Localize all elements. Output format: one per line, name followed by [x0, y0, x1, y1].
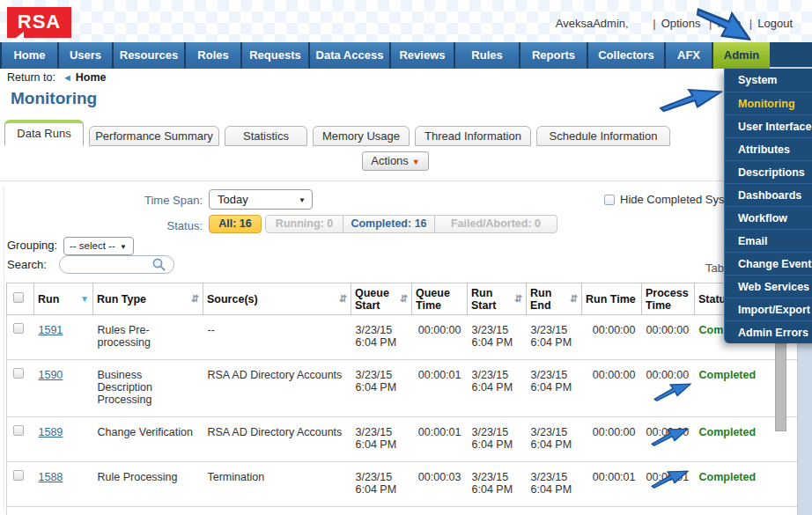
column-header[interactable]: Run Start ⇵	[468, 283, 527, 315]
tab[interactable]: Memory Usage	[313, 126, 410, 146]
sort-icon: ⇵	[400, 293, 408, 305]
nav-item[interactable]: Requests	[240, 42, 308, 69]
row-checkbox[interactable]	[13, 425, 24, 436]
row-checkbox[interactable]	[13, 323, 24, 334]
time-span-select[interactable]: Today ▼	[209, 189, 313, 210]
actions-button[interactable]: Actions▼	[362, 151, 429, 171]
header-link[interactable]: Help	[717, 17, 741, 30]
admin-menu-item[interactable]: Attributes	[725, 137, 812, 160]
data-runs-table: Run ▼ Run Type ⇵ Source(s) ⇵ Queue Start…	[6, 283, 812, 515]
select-all-header[interactable]	[7, 283, 34, 315]
column-header[interactable]: Processing Time	[642, 283, 695, 315]
status-filter-chip[interactable]: Running: 0	[265, 215, 343, 233]
row-checkbox[interactable]	[13, 470, 24, 481]
nav-item[interactable]: Data Access	[308, 42, 389, 69]
run-type-cell: Rule Processing	[93, 462, 203, 507]
sources-cell: Movers	[203, 507, 351, 515]
admin-menu-item[interactable]: Workflow	[725, 206, 812, 229]
admin-menu-item[interactable]: Web Services	[725, 275, 812, 298]
grouping-select[interactable]: -- select -- ▼	[63, 237, 134, 255]
status-filter-chip[interactable]: All: 16	[209, 215, 262, 233]
admin-menu-item[interactable]: Descriptions	[725, 160, 812, 183]
panel-scrollbar-thumb[interactable]	[775, 343, 786, 431]
nav-item[interactable]: Resources	[112, 42, 184, 69]
run-link[interactable]: 1591	[39, 324, 63, 336]
nav-item[interactable]: Users	[57, 42, 112, 69]
run-time-cell: 00:00:00	[582, 360, 642, 417]
run-link[interactable]: 1589	[39, 426, 63, 438]
admin-menu-item[interactable]: User Interface	[725, 114, 812, 137]
tab[interactable]: Performance Summary	[89, 126, 219, 146]
column-header[interactable]: Run End ⇵	[527, 283, 582, 315]
admin-menu-item[interactable]: System	[725, 69, 812, 92]
grouping-value: -- select --	[70, 240, 115, 251]
admin-menu-item[interactable]: Change Events	[725, 252, 812, 275]
tab[interactable]: Data Runs	[4, 120, 84, 146]
run-end-cell: 3/23/15 6:04 PM	[527, 417, 582, 462]
search-icon[interactable]	[151, 257, 166, 272]
home-link[interactable]: Home	[76, 71, 107, 84]
status-cell: Completed	[695, 360, 812, 417]
nav-item[interactable]: Roles	[184, 42, 240, 69]
header-links: |Options |Help |Logout	[645, 17, 793, 30]
tab[interactable]: Statistics	[225, 126, 307, 146]
panel-left-border	[4, 187, 4, 512]
run-type-cell: Change Verification	[93, 417, 203, 462]
select-all-checkbox[interactable]	[13, 292, 24, 303]
run-link[interactable]: 1590	[39, 369, 63, 381]
header-link[interactable]: Options	[661, 17, 701, 30]
run-link[interactable]: 1588	[39, 471, 63, 483]
tab[interactable]: Thread Information	[415, 126, 531, 146]
admin-menu-item[interactable]: Dashboards	[725, 183, 812, 206]
queue-start-cell: 3/23/15 6:04 PM	[351, 462, 412, 507]
admin-menu-item[interactable]: Admin Errors	[725, 320, 812, 343]
row-checkbox[interactable]	[13, 368, 24, 379]
row-checkbox-cell	[7, 507, 34, 515]
page-scrollbar-track[interactable]	[797, 343, 812, 515]
column-header[interactable]: Source(s) ⇵	[203, 283, 351, 315]
nav-item[interactable]: Collectors	[587, 42, 664, 69]
column-label: Source(s)	[207, 293, 258, 305]
row-checkbox-cell	[7, 462, 34, 507]
sort-icon: ▼	[80, 294, 89, 304]
run-time-cell: 00:00:00	[582, 417, 642, 462]
status-filter-chip[interactable]: Failed/Aborted: 0	[434, 215, 557, 233]
time-span-value: Today	[218, 193, 248, 206]
user-area: AveksaAdmin, |Options |Help |Logout	[556, 17, 793, 30]
admin-menu-item[interactable]: Import/Export	[725, 298, 812, 320]
queue-time-cell: 00:00:03	[412, 462, 468, 507]
column-header[interactable]: Queue Time	[412, 283, 468, 315]
admin-menu-item[interactable]: Monitoring	[725, 92, 812, 114]
status-filter-chip[interactable]: Completed: 16	[343, 215, 435, 233]
nav-item[interactable]: Admin	[712, 42, 770, 69]
column-header[interactable]: Run Type ⇵	[93, 283, 203, 315]
queue-time-cell: 00:00:01	[412, 360, 468, 417]
app-header: RSA AveksaAdmin, |Options |Help |Logout	[0, 0, 812, 42]
column-header[interactable]: Run ▼	[34, 283, 93, 315]
grouping-label: Grouping:	[7, 239, 57, 252]
run-end-cell: 3/23/15 6:04 PM	[527, 462, 582, 507]
column-header[interactable]: Run Time	[582, 283, 642, 315]
column-header[interactable]: Queue Start ⇵	[351, 283, 412, 315]
nav-item[interactable]: Reviews	[389, 42, 454, 69]
tab-bar: Data Runs Performance Summary Statistics…	[4, 120, 670, 146]
rsa-logo[interactable]: RSA	[7, 7, 71, 38]
header-link[interactable]: Logout	[757, 17, 793, 30]
admin-menu-item[interactable]: Email	[725, 229, 812, 252]
nav-item[interactable]: AFX	[664, 42, 712, 69]
hide-completed-checkbox[interactable]	[604, 195, 615, 205]
nav-item[interactable]: Home	[0, 42, 57, 69]
search-label: Search:	[7, 258, 47, 271]
sources-cell: --	[203, 315, 351, 360]
chevron-down-icon: ▼	[299, 190, 306, 209]
breadcrumb: Return to:◄Home	[7, 71, 107, 84]
user-name: AveksaAdmin,	[556, 17, 629, 30]
status-label: Status:	[88, 219, 203, 232]
run-cell: 1587	[34, 507, 93, 515]
tab[interactable]: Schedule Information	[536, 126, 670, 146]
sources-cell: Termination	[203, 462, 351, 507]
nav-item[interactable]: Reports	[519, 42, 587, 69]
rsa-logo-text: RSA	[18, 11, 61, 33]
header-link-group: |Options	[653, 17, 700, 30]
nav-item[interactable]: Rules	[454, 42, 519, 69]
